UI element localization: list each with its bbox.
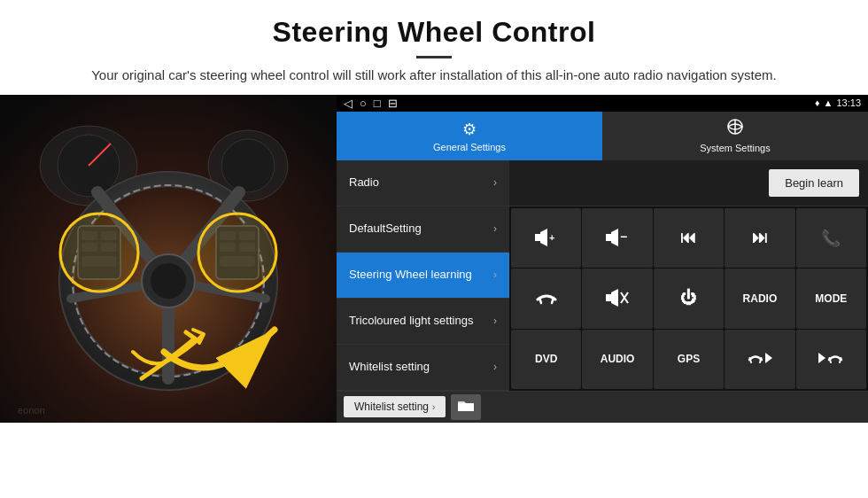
volume-up-button[interactable]: +	[511, 208, 581, 268]
screenshot-icon[interactable]: ⊟	[388, 97, 398, 110]
power-button[interactable]: ⏻	[654, 268, 724, 328]
svg-marker-44	[611, 289, 618, 307]
menu-item-radio-label: Radio	[349, 175, 493, 191]
svg-rect-43	[606, 294, 611, 301]
chevron-right-icon: ›	[432, 402, 435, 412]
clock: 13:13	[836, 97, 861, 108]
hang-up-button[interactable]	[511, 268, 581, 328]
begin-learn-row: Begin learn	[509, 160, 868, 206]
folder-icon	[458, 401, 474, 416]
recent-icon[interactable]: □	[374, 97, 381, 110]
phone-answer-icon: 📞	[821, 229, 841, 248]
location-icon: ♦	[815, 97, 820, 108]
steering-wheel-svg: eonon	[0, 95, 337, 423]
car-background: eonon	[0, 95, 337, 423]
prev-track-button[interactable]: ⏮	[654, 208, 724, 268]
gps-button[interactable]: GPS	[654, 330, 724, 389]
svg-point-30	[198, 214, 276, 292]
mute-button[interactable]	[582, 268, 652, 328]
phone-prev-button[interactable]	[725, 330, 794, 389]
title-divider	[416, 56, 452, 58]
menu-item-steering[interactable]: Steering Wheel learning ›	[337, 253, 509, 299]
chevron-right-icon: ›	[493, 176, 497, 189]
svg-point-29	[60, 214, 138, 292]
back-icon[interactable]: ◁	[344, 97, 353, 110]
tab-system-label: System Settings	[700, 143, 770, 153]
menu-list: Radio › DefaultSetting › Steering Wheel …	[337, 160, 509, 391]
tab-general-label: General Settings	[433, 142, 506, 152]
tab-system[interactable]: System Settings	[602, 112, 868, 160]
mode-label: MODE	[815, 292, 847, 305]
android-panel: ◁ ○ □ ⊟ ♦ ▲ 13:13 ⚙ General Settings	[337, 95, 868, 423]
power-icon: ⏻	[680, 289, 696, 307]
svg-rect-53	[458, 403, 474, 411]
chevron-right-icon: ›	[493, 222, 497, 235]
svg-point-4	[221, 139, 275, 192]
phone-prev-icon	[748, 349, 772, 369]
mute-icon	[606, 289, 629, 308]
volume-up-icon: +	[535, 229, 558, 248]
page-header: Steering Wheel Control Your original car…	[0, 0, 868, 95]
nav-icons: ◁ ○ □ ⊟	[344, 97, 398, 110]
dvd-label: DVD	[535, 353, 557, 365]
whitelist-label: Whitelist setting	[354, 401, 429, 413]
dvd-button[interactable]: DVD	[511, 330, 581, 389]
audio-button[interactable]: AUDIO	[582, 330, 652, 389]
svg-text:−: −	[620, 230, 627, 244]
menu-item-whitelist[interactable]: Whitelist setting ›	[337, 345, 509, 391]
wifi-icon: ▲	[824, 97, 833, 108]
gps-label: GPS	[678, 353, 700, 365]
car-image-panel: eonon	[0, 95, 337, 423]
phone-answer-button[interactable]: 📞	[796, 208, 866, 268]
menu-item-tricoloured[interactable]: Tricoloured light settings ›	[337, 299, 509, 345]
radio-button[interactable]: RADIO	[725, 268, 794, 328]
content-area: Radio › DefaultSetting › Steering Wheel …	[337, 160, 868, 391]
menu-item-default-label: DefaultSetting	[349, 222, 493, 237]
volume-down-button[interactable]: −	[582, 208, 652, 268]
status-right: ♦ ▲ 13:13	[815, 97, 861, 108]
mode-button[interactable]: MODE	[796, 268, 866, 328]
svg-rect-35	[535, 234, 540, 241]
svg-text:eonon: eonon	[18, 405, 45, 416]
home-icon[interactable]: ○	[360, 97, 367, 110]
folder-button[interactable]	[451, 394, 481, 420]
next-track-icon: ⏭	[752, 229, 768, 247]
system-settings-icon	[726, 118, 744, 140]
page-wrapper: Steering Wheel Control Your original car…	[0, 0, 868, 423]
whitelist-button[interactable]: Whitelist setting ›	[344, 396, 446, 417]
tab-general[interactable]: ⚙ General Settings	[337, 112, 602, 160]
status-bar: ◁ ○ □ ⊟ ♦ ▲ 13:13	[337, 95, 868, 113]
audio-label: AUDIO	[601, 353, 635, 365]
begin-learn-button[interactable]: Begin learn	[769, 169, 859, 197]
controls-grid: + −	[509, 206, 868, 391]
next-track-button[interactable]: ⏭	[725, 208, 794, 268]
phone-next-button[interactable]	[796, 330, 866, 389]
menu-item-radio[interactable]: Radio ›	[337, 160, 509, 206]
svg-marker-50	[818, 353, 825, 363]
svg-marker-39	[611, 229, 618, 246]
volume-down-icon: −	[606, 229, 629, 248]
menu-item-steering-label: Steering Wheel learning	[349, 268, 493, 283]
hang-up-icon	[536, 289, 557, 308]
chevron-right-icon: ›	[493, 268, 497, 281]
chevron-right-icon: ›	[493, 361, 497, 373]
menu-item-default[interactable]: DefaultSetting ›	[337, 206, 509, 253]
menu-item-tricoloured-label: Tricoloured light settings	[349, 314, 493, 329]
page-subtitle: Your original car's steering wheel contr…	[89, 66, 779, 86]
radio-label: RADIO	[743, 292, 778, 305]
main-content: eonon ◁ ○ □ ⊟ ♦ ▲ 13:13	[0, 95, 868, 423]
tabs-row: ⚙ General Settings System Settings	[337, 112, 868, 160]
svg-point-16	[151, 263, 186, 299]
svg-marker-49	[765, 353, 772, 363]
page-title: Steering Wheel Control	[53, 16, 815, 49]
right-panel: Begin learn +	[509, 160, 868, 391]
svg-rect-38	[606, 234, 611, 241]
menu-item-whitelist-label: Whitelist setting	[349, 360, 493, 375]
svg-text:+: +	[549, 232, 554, 243]
general-settings-icon: ⚙	[462, 120, 477, 139]
chevron-right-icon: ›	[493, 315, 497, 327]
prev-track-icon: ⏮	[680, 229, 696, 247]
bottom-bar: Whitelist setting ›	[337, 391, 868, 423]
phone-next-icon	[818, 349, 843, 369]
svg-marker-36	[540, 229, 547, 246]
